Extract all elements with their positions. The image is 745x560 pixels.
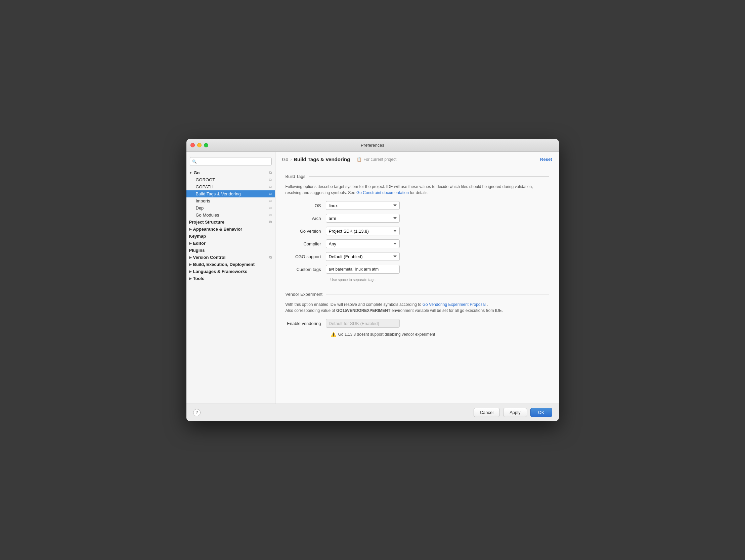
sidebar-item-build-execution-label: Build, Execution, Deployment <box>193 262 255 267</box>
sidebar-item-goroot[interactable]: GOROOT ⧉ <box>186 176 275 183</box>
go-constraint-link[interactable]: Go Constraint documentation <box>356 190 409 195</box>
sidebar-item-tools[interactable]: ▶ Tools <box>186 275 275 282</box>
appearance-arrow-icon: ▶ <box>189 227 192 231</box>
arch-label: Arch <box>286 216 326 221</box>
content-area: Go › Build Tags & Vendoring 📋 For curren… <box>276 152 559 403</box>
reset-button[interactable]: Reset <box>540 157 552 162</box>
compiler-label: Compiler <box>286 241 326 246</box>
ok-button[interactable]: OK <box>530 408 552 417</box>
go-version-row: Go version Project SDK (1.13.8) 1.13 <box>286 227 549 235</box>
sidebar-item-dep[interactable]: Dep ⧉ <box>186 204 275 211</box>
sidebar-item-editor[interactable]: ▶ Editor <box>186 240 275 247</box>
enable-vendoring-select[interactable]: Default for SDK (Enabled) Enabled Disabl… <box>326 319 400 328</box>
sidebar-item-imports-label: Imports <box>196 198 210 203</box>
os-label: OS <box>286 203 326 208</box>
warning-row: ⚠️ Go 1.13.8 doesnt support disabling ve… <box>330 332 549 337</box>
build-tags-section-header: Build Tags <box>286 174 549 179</box>
vendor-desc-mid: . <box>487 302 488 307</box>
build-tags-section: Build Tags Following options describe ta… <box>286 174 549 282</box>
search-input[interactable] <box>190 157 272 166</box>
sidebar-item-go[interactable]: ▼ Go ⧉ <box>186 169 275 176</box>
build-tags-section-line <box>309 176 549 176</box>
os-select[interactable]: linux darwin windows <box>326 201 400 210</box>
vendor-desc-end: environment variable will be set for all… <box>392 308 503 313</box>
sidebar-item-imports[interactable]: Imports ⧉ <box>186 197 275 204</box>
sidebar-item-appearance-behavior[interactable]: ▶ Appearance & Behavior <box>186 226 275 233</box>
vendor-description: With this option enabled IDE will resolv… <box>286 301 549 314</box>
titlebar: Preferences <box>186 139 559 152</box>
content-body: Build Tags Following options describe ta… <box>276 167 559 403</box>
custom-tags-input[interactable] <box>326 265 400 274</box>
languages-arrow-icon: ▶ <box>189 270 192 273</box>
minimize-button[interactable] <box>197 143 201 147</box>
sidebar-item-build-tags[interactable]: Build Tags & Vendoring ⧉ <box>186 190 275 197</box>
footer-actions: Cancel Apply OK <box>474 408 552 417</box>
arch-row: Arch arm amd64 386 <box>286 214 549 223</box>
window-title: Preferences <box>361 143 384 148</box>
sidebar-item-keymap-label: Keymap <box>189 234 206 239</box>
sidebar-item-languages[interactable]: ▶ Languages & Frameworks <box>186 268 275 275</box>
help-button[interactable]: ? <box>193 409 200 416</box>
content-header: Go › Build Tags & Vendoring 📋 For curren… <box>276 152 559 167</box>
go-version-label: Go version <box>286 229 326 234</box>
sidebar-item-build-execution[interactable]: ▶ Build, Execution, Deployment <box>186 261 275 268</box>
build-tags-section-title: Build Tags <box>286 174 306 179</box>
dep-copy-icon: ⧉ <box>269 206 272 210</box>
search-icon: 🔍 <box>192 160 197 164</box>
vendor-section-title: Vendor Experiment <box>286 292 323 297</box>
sidebar-item-plugins-label: Plugins <box>189 248 205 253</box>
sidebar-item-plugins[interactable]: Plugins <box>186 247 275 254</box>
sidebar-item-goroot-label: GOROOT <box>196 177 215 182</box>
sidebar-item-keymap[interactable]: Keymap <box>186 233 275 240</box>
sidebar-item-go-label: Go <box>193 170 199 175</box>
custom-tags-label: Custom tags <box>286 267 326 272</box>
close-button[interactable] <box>190 143 195 147</box>
vendor-desc-also: Also corresponding value of <box>286 308 336 313</box>
for-project: 📋 For current project <box>357 157 396 162</box>
sidebar-item-go-modules-label: Go Modules <box>196 212 219 218</box>
compiler-select[interactable]: Any gc <box>326 239 400 248</box>
enable-vendoring-row: Enable vendoring Default for SDK (Enable… <box>286 319 549 328</box>
tags-hint: Use space to separate tags <box>330 278 549 282</box>
build-tags-description: Following options describe target system… <box>286 184 549 196</box>
sidebar-item-tools-label: Tools <box>193 276 204 281</box>
project-structure-copy-icon: ⧉ <box>269 220 272 224</box>
sidebar-item-project-structure[interactable]: Project Structure ⧉ <box>186 219 275 226</box>
arch-select[interactable]: arm amd64 386 <box>326 214 400 223</box>
go-vendoring-link[interactable]: Go Vendoring Experiment Proposal <box>423 302 486 307</box>
editor-arrow-icon: ▶ <box>189 241 192 245</box>
for-project-label: For current project <box>363 157 396 162</box>
goroot-copy-icon: ⧉ <box>269 177 272 182</box>
go-copy-icon: ⧉ <box>269 170 272 175</box>
cgo-label: CGO support <box>286 254 326 259</box>
cancel-button[interactable]: Cancel <box>474 408 500 417</box>
maximize-button[interactable] <box>204 143 208 147</box>
sidebar-item-appearance-behavior-label: Appearance & Behavior <box>193 227 242 232</box>
sidebar-item-editor-label: Editor <box>193 241 206 246</box>
custom-tags-row: Custom tags <box>286 265 549 274</box>
warning-text: Go 1.13.8 doesnt support disabling vendo… <box>338 332 435 337</box>
apply-button[interactable]: Apply <box>503 408 527 417</box>
breadcrumb: Go › Build Tags & Vendoring <box>282 157 350 162</box>
sidebar-item-gopath[interactable]: GOPATH ⧉ <box>186 183 275 190</box>
os-row: OS linux darwin windows <box>286 201 549 210</box>
enable-vendoring-label: Enable vendoring <box>286 321 326 326</box>
main-content: 🔍 ▼ Go ⧉ GOROOT ⧉ GOPATH ⧉ Bui <box>186 152 559 403</box>
breadcrumb-current: Build Tags & Vendoring <box>294 157 350 162</box>
sidebar-item-gopath-label: GOPATH <box>196 184 214 189</box>
preferences-window: Preferences 🔍 ▼ Go ⧉ GOROOT ⧉ <box>186 139 559 421</box>
traffic-lights <box>190 143 208 147</box>
sidebar-item-project-structure-label: Project Structure <box>189 220 224 225</box>
go-arrow-icon: ▼ <box>189 171 192 174</box>
sidebar-item-version-control[interactable]: ▶ Version Control ⧉ <box>186 254 275 261</box>
vendor-bold-text: GO15VENDOREXPERIMENT <box>336 308 390 313</box>
sidebar-item-build-tags-label: Build Tags & Vendoring <box>196 191 241 196</box>
tools-arrow-icon: ▶ <box>189 277 192 280</box>
sidebar: 🔍 ▼ Go ⧉ GOROOT ⧉ GOPATH ⧉ Bui <box>186 152 276 403</box>
sidebar-item-dep-label: Dep <box>196 205 204 210</box>
go-version-select[interactable]: Project SDK (1.13.8) 1.13 <box>326 227 400 235</box>
build-tags-desc-end: for details. <box>410 190 428 195</box>
cgo-select[interactable]: Default (Enabled) Enabled Disabled <box>326 252 400 261</box>
sidebar-item-go-modules[interactable]: Go Modules ⧉ <box>186 211 275 219</box>
build-execution-arrow-icon: ▶ <box>189 263 192 266</box>
